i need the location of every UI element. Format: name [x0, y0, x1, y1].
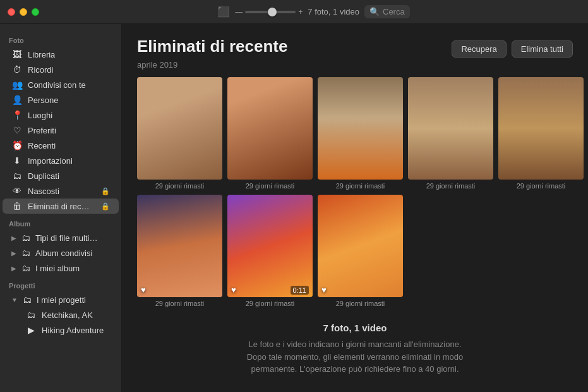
eliminati-lock-icon: 🔒 — [101, 202, 110, 211]
photo-caption-p8: 29 giorni rimasti — [336, 300, 385, 307]
elimina-tutti-button[interactable]: Elimina tutti — [512, 40, 573, 58]
sidebar-item-recenti-label: Recenti — [28, 141, 110, 150]
sidebar-item-hiking[interactable]: ▶ Hiking Adventure — [3, 322, 119, 338]
sidebar-item-eliminati[interactable]: 🗑 Eliminati di rec… 🔒 — [3, 199, 119, 214]
close-button[interactable] — [8, 8, 15, 16]
titlebar-center: ⬛ — + 7 foto, 1 video 🔍 Cerca — [47, 5, 580, 18]
photo-thumb-p3[interactable] — [318, 77, 403, 180]
sidebar-section-progetti: Progetti — [0, 276, 121, 292]
heart-badge-p6: ♥ — [141, 285, 146, 295]
maximize-button[interactable] — [32, 8, 39, 16]
bottom-info-title: 7 foto, 1 video — [162, 322, 548, 333]
album-condivisi-label: Album condivisi — [35, 248, 92, 258]
slideshow-icon[interactable]: ⬛ — [217, 6, 230, 18]
sidebar-item-ketchikan[interactable]: 🗂 Ketchikan, AK — [3, 307, 119, 322]
preferiti-icon: ♡ — [11, 125, 23, 135]
recenti-icon: ⏰ — [11, 140, 23, 150]
recupera-button[interactable]: Recupera — [452, 40, 506, 58]
sidebar-item-tipi-file[interactable]: ▶ 🗂 Tipi di file multi… — [3, 230, 119, 245]
importazioni-icon: ⬇ — [11, 156, 23, 166]
hiking-label: Hiking Adventure — [42, 326, 110, 335]
photo-cell-p7[interactable]: ♥ 0:11 29 giorni rimasti — [227, 195, 313, 307]
photo-cell-p3[interactable]: 29 giorni rimasti — [318, 77, 403, 190]
photo-thumb-p6[interactable]: ♥ — [137, 195, 222, 297]
photo-caption-p7: 29 giorni rimasti — [246, 300, 295, 307]
chevron-down-icon: ▼ — [11, 297, 18, 303]
header-buttons: Recupera Elimina tutti — [452, 40, 573, 58]
search-icon: 🔍 — [369, 7, 380, 16]
nascosti-icon: 👁 — [11, 186, 23, 196]
sidebar-item-condivisi-label: Condivisi con te — [28, 80, 110, 90]
photo-thumb-p4[interactable] — [408, 77, 493, 180]
zoom-slider[interactable] — [245, 11, 296, 13]
sidebar-item-ricordi[interactable]: ⏱ Ricordi — [3, 62, 119, 77]
search-box[interactable]: 🔍 Cerca — [364, 5, 410, 18]
nascosti-lock-icon: 🔒 — [101, 187, 110, 195]
chevron-right-icon3: ▶ — [11, 265, 16, 272]
sidebar-item-libreria[interactable]: 🖼 Libreria — [3, 47, 119, 62]
photo-caption-p5: 29 giorni rimasti — [517, 182, 566, 190]
page-title: Eliminati di recente — [137, 37, 287, 56]
photo-thumb-p8[interactable]: ♥ — [318, 195, 403, 297]
miei-progetti-icon: 🗂 — [21, 295, 33, 305]
content-header: Eliminati di recente Recupera Elimina tu… — [137, 37, 573, 58]
bottom-info-text: Le foto e i video indicano i giorni manc… — [162, 338, 548, 376]
photo-cell-p6[interactable]: ♥ 29 giorni rimasti — [137, 195, 222, 307]
photo-caption-p3: 29 giorni rimasti — [336, 182, 385, 190]
photo-caption-p2: 29 giorni rimasti — [246, 182, 295, 190]
zoom-plus-icon[interactable]: + — [298, 8, 303, 16]
bottom-info: 7 foto, 1 video Le foto e i video indica… — [137, 322, 573, 376]
album-condivisi-icon: 🗂 — [20, 248, 32, 258]
chevron-right-icon: ▶ — [11, 235, 16, 242]
photo-thumb-p7[interactable]: ♥ 0:11 — [227, 195, 313, 297]
content-area: Eliminati di recente Recupera Elimina tu… — [122, 24, 588, 392]
date-label: aprile 2019 — [137, 60, 573, 70]
sidebar-item-miei-album[interactable]: ▶ 🗂 I miei album — [3, 260, 119, 276]
photo-cell-p5[interactable]: 29 giorni rimasti — [498, 77, 584, 190]
sidebar-item-ricordi-label: Ricordi — [28, 65, 110, 75]
sidebar-item-importazioni-label: Importazioni — [28, 156, 110, 166]
sidebar-item-luoghi[interactable]: 📍 Luoghi — [3, 107, 119, 123]
photo-row-2: ♥ 29 giorni rimasti ♥ 0:11 29 giorni rim… — [137, 195, 573, 307]
sidebar-item-album-condivisi[interactable]: ▶ 🗂 Album condivisi — [3, 245, 119, 260]
sidebar: Foto 🖼 Libreria ⏱ Ricordi 👥 Condivisi co… — [0, 24, 122, 392]
persone-icon: 👤 — [11, 95, 23, 105]
photo-cell-p2[interactable]: 29 giorni rimasti — [227, 77, 313, 190]
photo-caption-p1: 29 giorni rimasti — [155, 182, 205, 190]
sidebar-item-recenti[interactable]: ⏰ Recenti — [3, 138, 119, 153]
sidebar-item-duplicati[interactable]: 🗂 Duplicati — [3, 168, 119, 183]
zoom-thumb[interactable] — [268, 8, 277, 16]
heart-badge-p8: ♥ — [321, 285, 327, 295]
sidebar-item-persone-label: Persone — [28, 95, 110, 105]
ketchikan-label: Ketchikan, AK — [42, 310, 110, 320]
photo-thumb-p1[interactable] — [137, 77, 222, 180]
photo-cell-p4[interactable]: 29 giorni rimasti — [408, 77, 493, 190]
sidebar-item-nascosti[interactable]: 👁 Nascosti 🔒 — [3, 183, 119, 199]
search-input[interactable]: Cerca — [383, 7, 405, 16]
eliminati-icon: 🗑 — [11, 201, 23, 211]
time-badge-p7: 0:11 — [291, 286, 309, 295]
titlebar: ⬛ — + 7 foto, 1 video 🔍 Cerca — [0, 0, 588, 24]
miei-album-label: I miei album — [35, 264, 80, 273]
photo-thumb-p2[interactable] — [227, 77, 313, 180]
photo-count: 7 foto, 1 video — [308, 7, 359, 16]
sidebar-item-eliminati-label: Eliminati di rec… — [28, 202, 96, 211]
ketchikan-icon: 🗂 — [25, 310, 37, 320]
sidebar-item-persone[interactable]: 👤 Persone — [3, 92, 119, 107]
sidebar-item-nascosti-label: Nascosti — [28, 187, 96, 196]
photo-cell-p1[interactable]: 29 giorni rimasti — [137, 77, 222, 190]
minimize-button[interactable] — [20, 8, 27, 16]
photo-cell-p8[interactable]: ♥ 29 giorni rimasti — [318, 195, 403, 307]
sidebar-item-miei-progetti[interactable]: ▼ 🗂 I miei progetti — [3, 292, 119, 307]
zoom-bar: — + — [235, 8, 303, 16]
sidebar-item-condivisi[interactable]: 👥 Condivisi con te — [3, 77, 119, 92]
miei-album-icon: 🗂 — [20, 263, 32, 273]
sidebar-item-importazioni[interactable]: ⬇ Importazioni — [3, 153, 119, 168]
zoom-minus-icon[interactable]: — — [235, 8, 243, 16]
sidebar-item-preferiti-label: Preferiti — [28, 126, 110, 135]
photo-thumb-p5[interactable] — [498, 77, 584, 180]
condivisi-icon: 👥 — [11, 80, 23, 90]
photo-caption-p6: 29 giorni rimasti — [155, 300, 205, 307]
libreria-icon: 🖼 — [11, 49, 23, 59]
sidebar-item-preferiti[interactable]: ♡ Preferiti — [3, 123, 119, 138]
